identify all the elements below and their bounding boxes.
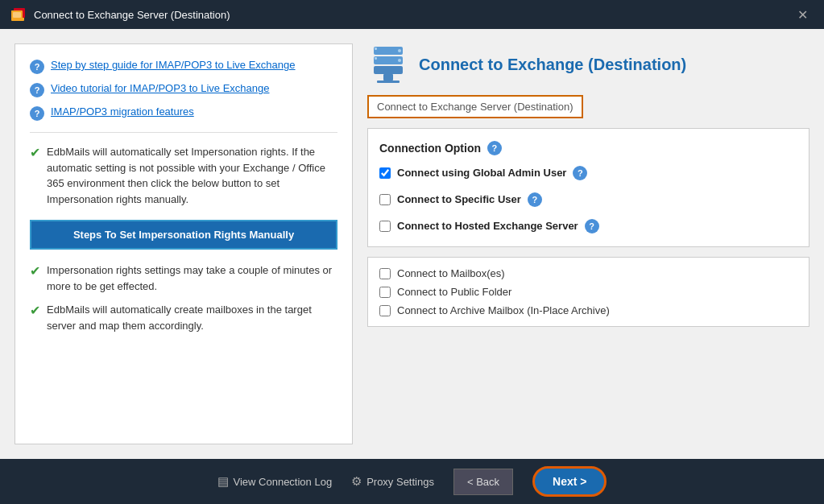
link-row-1: ? Step by step guide for IMAP/POP3 to Li… bbox=[30, 59, 337, 74]
checkbox-hosted-exchange[interactable] bbox=[379, 221, 391, 232]
svg-point-8 bbox=[398, 59, 401, 62]
next-button[interactable]: Next > bbox=[532, 466, 607, 497]
help-icon-2: ? bbox=[30, 83, 44, 97]
option-label-2: Connect to Specific User bbox=[397, 193, 521, 205]
option-label-3: Connect to Hosted Exchange Server bbox=[397, 220, 578, 232]
option-help-3[interactable]: ? bbox=[585, 219, 599, 233]
right-panel: Connect to Exchange (Destination) Connec… bbox=[367, 43, 810, 444]
svg-point-7 bbox=[398, 49, 401, 52]
connection-log-icon: ▤ bbox=[217, 474, 229, 489]
proxy-settings-icon: ⚙ bbox=[351, 474, 362, 489]
titlebar: Connect to Exchange Server (Destination)… bbox=[0, 0, 824, 29]
option-help-1[interactable]: ? bbox=[573, 166, 587, 180]
checkbox-specific-user[interactable] bbox=[379, 194, 391, 205]
info-text-2: Impersonation rights settings may take a… bbox=[47, 262, 337, 294]
info-row-2: ✔ Impersonation rights settings may take… bbox=[30, 262, 337, 294]
server-icon bbox=[367, 43, 409, 85]
link-row-3: ? IMAP/POP3 migration features bbox=[30, 105, 337, 121]
svg-rect-11 bbox=[375, 48, 377, 50]
right-header: Connect to Exchange (Destination) bbox=[367, 43, 810, 85]
option-help-2[interactable]: ? bbox=[528, 192, 542, 207]
view-connection-log-link[interactable]: ▤ View Connection Log bbox=[217, 474, 333, 489]
main-content: ? Step by step guide for IMAP/POP3 to Li… bbox=[0, 29, 824, 459]
impersonation-button[interactable]: Steps To Set Impersonation Rights Manual… bbox=[30, 220, 337, 250]
sub-option-label-2: Connect to Public Folder bbox=[397, 286, 511, 298]
help-icon-1: ? bbox=[30, 60, 44, 74]
main-window: Connect to Exchange Server (Destination)… bbox=[0, 0, 824, 504]
link-row-2: ? Video tutorial for IMAP/POP3 to Live E… bbox=[30, 82, 337, 97]
window-title: Connect to Exchange Server (Destination) bbox=[34, 9, 790, 21]
checkbox-mailboxes[interactable] bbox=[379, 268, 391, 279]
footer: ▤ View Connection Log ⚙ Proxy Settings <… bbox=[0, 459, 824, 504]
checkbox-global-admin[interactable] bbox=[379, 167, 391, 179]
info-row-3: ✔ EdbMails will automatically create mai… bbox=[30, 302, 337, 333]
connection-title-row: Connection Option ? bbox=[379, 140, 797, 155]
link-1[interactable]: Step by step guide for IMAP/POP3 to Live… bbox=[51, 59, 296, 71]
sub-option-row-1: Connect to Mailbox(es) bbox=[379, 267, 797, 279]
proxy-settings-link[interactable]: ⚙ Proxy Settings bbox=[351, 474, 434, 489]
divider-1 bbox=[30, 132, 337, 133]
check-icon-2: ✔ bbox=[30, 263, 40, 279]
check-icon-3: ✔ bbox=[30, 303, 40, 318]
sub-option-label-3: Connect to Archive Mailbox (In-Place Arc… bbox=[397, 304, 610, 316]
info-text-3: EdbMails will automatically create mailb… bbox=[47, 302, 337, 333]
connection-option-box: Connection Option ? Connect using Global… bbox=[367, 128, 810, 247]
link-3[interactable]: IMAP/POP3 migration features bbox=[51, 105, 194, 118]
right-title: Connect to Exchange (Destination) bbox=[419, 56, 686, 74]
back-button[interactable]: < Back bbox=[453, 469, 513, 495]
option-row-2: Connect to Specific User ? bbox=[379, 190, 797, 209]
sub-option-label-1: Connect to Mailbox(es) bbox=[397, 267, 505, 279]
svg-rect-3 bbox=[13, 12, 21, 18]
svg-rect-9 bbox=[383, 74, 393, 81]
svg-rect-12 bbox=[375, 57, 377, 60]
sub-options-box: Connect to Mailbox(es) Connect to Public… bbox=[367, 257, 810, 327]
info-text-1: EdbMails will automatically set Imperson… bbox=[47, 144, 337, 207]
svg-rect-10 bbox=[377, 81, 400, 83]
sub-option-row-2: Connect to Public Folder bbox=[379, 286, 797, 298]
app-icon bbox=[10, 6, 27, 23]
option-row-1: Connect using Global Admin User ? bbox=[379, 163, 797, 182]
checkbox-archive-mailbox[interactable] bbox=[379, 305, 391, 316]
option-label-1: Connect using Global Admin User bbox=[397, 167, 566, 179]
svg-rect-6 bbox=[374, 66, 403, 74]
sub-option-row-3: Connect to Archive Mailbox (In-Place Arc… bbox=[379, 304, 797, 316]
checkbox-public-folder[interactable] bbox=[379, 287, 391, 298]
connection-title: Connection Option bbox=[379, 142, 481, 155]
connection-log-label: View Connection Log bbox=[234, 476, 333, 488]
check-icon-1: ✔ bbox=[30, 145, 40, 160]
info-row-1: ✔ EdbMails will automatically set Impers… bbox=[30, 144, 337, 207]
option-row-3: Connect to Hosted Exchange Server ? bbox=[379, 217, 797, 235]
link-2[interactable]: Video tutorial for IMAP/POP3 to Live Exc… bbox=[51, 82, 269, 94]
left-panel: ? Step by step guide for IMAP/POP3 to Li… bbox=[14, 43, 353, 444]
connection-help-icon[interactable]: ? bbox=[487, 141, 502, 155]
help-icon-3: ? bbox=[30, 106, 44, 121]
breadcrumb: Connect to Exchange Server (Destination) bbox=[367, 95, 583, 118]
proxy-settings-label: Proxy Settings bbox=[366, 476, 434, 488]
close-button[interactable]: ✕ bbox=[790, 2, 814, 27]
